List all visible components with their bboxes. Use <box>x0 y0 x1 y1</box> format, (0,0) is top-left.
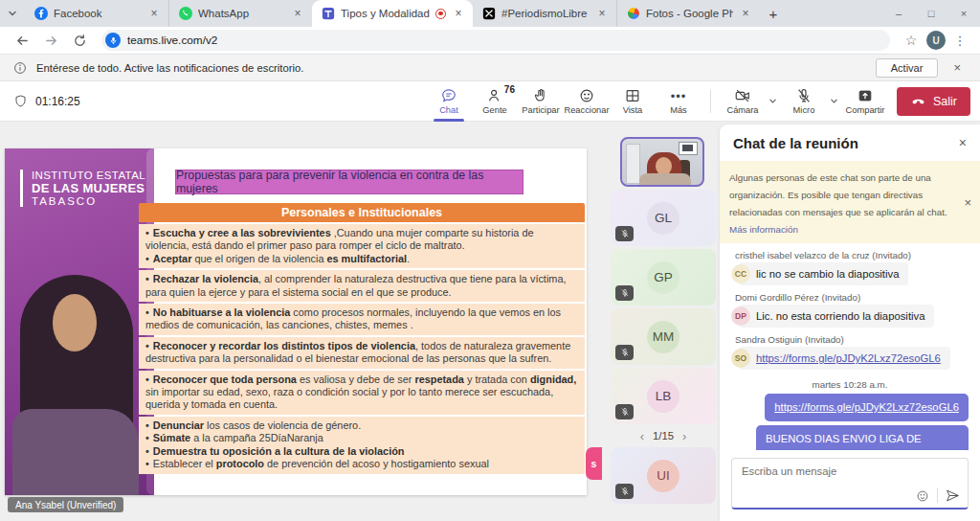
logo-line-1: INSTITUTO ESTATAL <box>32 170 145 181</box>
mic-button[interactable]: Micro <box>782 82 826 121</box>
bullet-marker: • <box>145 445 149 457</box>
slide-bullet: •Aceptar que el origen de la violencia e… <box>145 253 578 265</box>
browser-tab[interactable]: WhatsApp× <box>168 0 312 27</box>
mic-off-icon <box>615 484 634 499</box>
own-message-bubble: BUENOS DIAS ENVIO LIGA DE ACCESO REGISTR… <box>756 425 969 450</box>
browser-tab[interactable]: Fotos - Google Photos× <box>616 0 760 27</box>
tab-close-icon[interactable]: × <box>291 7 304 20</box>
bullet-marker: • <box>145 419 149 431</box>
chat-close-icon[interactable]: × <box>959 135 967 150</box>
more-button[interactable]: ••• Más <box>657 82 701 121</box>
more-dots-icon: ••• <box>671 87 687 104</box>
speaker-video-tile[interactable] <box>620 137 704 187</box>
text-segment: Reconocer y recordar los distintos tipos… <box>153 340 415 351</box>
meeting-toolbar: 01:16:25 Chat 76 Gente Participar Reacci… <box>0 81 980 122</box>
own-message-row: BUENOS DIAS ENVIO LIGA DE ACCESO REGISTR… <box>731 425 969 450</box>
own-message-link[interactable]: https://forms.gle/pJDyK2Lxz72esoGL6 <box>765 394 969 421</box>
message-bubble: lic no se cambio la diapositiva <box>739 262 908 285</box>
maximize-button[interactable]: □ <box>915 0 947 27</box>
bullet-marker: • <box>145 273 149 284</box>
slide-section: •Escucha y cree a las sobrevivientes ,Cu… <box>139 224 585 268</box>
profile-avatar[interactable]: U <box>926 31 946 50</box>
browser-tab[interactable]: Tipos y Modalidades de Vio× <box>312 0 473 27</box>
toolbar-divider <box>710 90 711 113</box>
chat-button[interactable]: Chat <box>427 82 471 121</box>
message-input[interactable] <box>742 465 958 477</box>
slide-bullet: •Reconocer y recordar los distintos tipo… <box>145 340 578 366</box>
browser-tab[interactable]: Facebook× <box>25 0 168 27</box>
notice-more-info-link[interactable]: Más información <box>729 224 798 235</box>
message-avatar: DP <box>731 306 750 326</box>
message-avatar: CC <box>731 264 750 283</box>
react-button[interactable]: Reaccionar <box>565 82 609 121</box>
bullet-marker: • <box>145 227 149 238</box>
participant-tile-mm[interactable]: MM <box>611 308 716 365</box>
notification-close-icon[interactable]: × <box>947 60 967 75</box>
pager-previous-icon[interactable]: ‹ <box>640 429 644 443</box>
text-segment: los casos de violencia de género. <box>204 419 361 431</box>
slide-left-panel: INSTITUTO ESTATAL DE LAS MUJERES TABASCO <box>5 148 154 495</box>
slide-section-header: Personales e Institucionales <box>139 203 585 222</box>
camera-label: Cámara <box>726 105 758 115</box>
message-compose-box[interactable] <box>731 458 969 510</box>
new-tab-button[interactable]: + <box>760 0 787 27</box>
info-icon <box>13 61 27 75</box>
tab-close-icon[interactable]: × <box>452 7 465 20</box>
reload-icon[interactable] <box>67 29 92 52</box>
camera-button[interactable]: Cámara <box>721 82 765 121</box>
people-button[interactable]: 76 Gente <box>473 82 517 121</box>
speaker-body <box>639 173 691 185</box>
message-link[interactable]: https://forms.gle/pJDyK2Lxz72esoGL6 <box>739 347 950 370</box>
tab-close-icon[interactable]: × <box>595 7 609 20</box>
leave-button[interactable]: Salir <box>897 87 970 116</box>
notice-close-icon[interactable]: × <box>964 195 971 210</box>
text-segment: . <box>407 253 410 264</box>
text-segment: Establecer el <box>153 458 216 469</box>
girl-body <box>12 409 139 495</box>
minimize-button[interactable]: – <box>882 0 915 27</box>
share-button[interactable]: Compartir <box>843 82 887 121</box>
participant-tile-gl[interactable]: GL <box>611 190 716 246</box>
shared-presentation-slide: INSTITUTO ESTATAL DE LAS MUJERES TABASCO… <box>5 148 587 495</box>
url-field[interactable]: teams.live.com/v2 <box>101 30 890 51</box>
filmstrip-pager: ‹ 1/15 › <box>610 427 717 444</box>
raise-hand-icon <box>532 87 549 104</box>
slide-section: •Rechazar la violencia, al comprender la… <box>139 270 585 302</box>
slide-section: •Reconocer que toda persona es valiosa y… <box>139 371 585 415</box>
mic-label: Micro <box>793 105 815 115</box>
mic-dropdown-chevron-icon[interactable] <box>828 97 841 105</box>
browser-tab[interactable]: #PeriodismoLibre (@UrielColla× <box>473 0 616 27</box>
tab-close-icon[interactable]: × <box>739 7 752 20</box>
text-segment: dignidad, <box>530 374 576 385</box>
view-button[interactable]: Vista <box>611 82 655 121</box>
notification-bar: Entérese de todo. Active las notificacio… <box>0 55 980 81</box>
photos-icon <box>627 7 640 20</box>
view-label: Vista <box>623 105 643 115</box>
text-segment: y tratada con <box>464 374 530 385</box>
send-icon[interactable] <box>946 488 960 503</box>
pager-next-icon[interactable]: › <box>682 429 686 443</box>
back-icon[interactable] <box>10 29 34 52</box>
mic-off-icon <box>795 87 813 104</box>
bullet-marker: • <box>145 432 149 443</box>
clipped-pink-banner: s <box>586 447 602 480</box>
browser-menu-icon[interactable]: ⋮ <box>949 34 970 48</box>
tab-close-icon[interactable]: × <box>147 7 161 20</box>
text-segment: sin importar su edad, sexo, raza o condi… <box>145 386 553 410</box>
bookmark-star-icon[interactable]: ☆ <box>900 33 923 48</box>
participant-tile-gp[interactable]: GP <box>611 249 716 306</box>
participant-initials: GP <box>647 261 679 294</box>
activate-notifications-button[interactable]: Activar <box>876 58 939 78</box>
participant-initials: MM <box>647 321 679 353</box>
tab-search-chevron-icon[interactable] <box>0 0 25 27</box>
participant-tile-lb[interactable]: LB <box>611 368 716 424</box>
text-segment: No habituarse a la violencia <box>153 306 290 318</box>
raise-hand-button[interactable]: Participar <box>519 82 563 121</box>
forward-icon[interactable] <box>38 29 63 52</box>
camera-dropdown-chevron-icon[interactable] <box>767 97 780 105</box>
notification-text: Entérese de todo. Active las notificacio… <box>36 62 866 74</box>
emoji-icon[interactable] <box>916 489 929 503</box>
participant-tile-ui[interactable]: UI <box>611 447 716 504</box>
bullet-marker: • <box>145 253 149 264</box>
close-window-button[interactable]: × <box>947 0 980 27</box>
